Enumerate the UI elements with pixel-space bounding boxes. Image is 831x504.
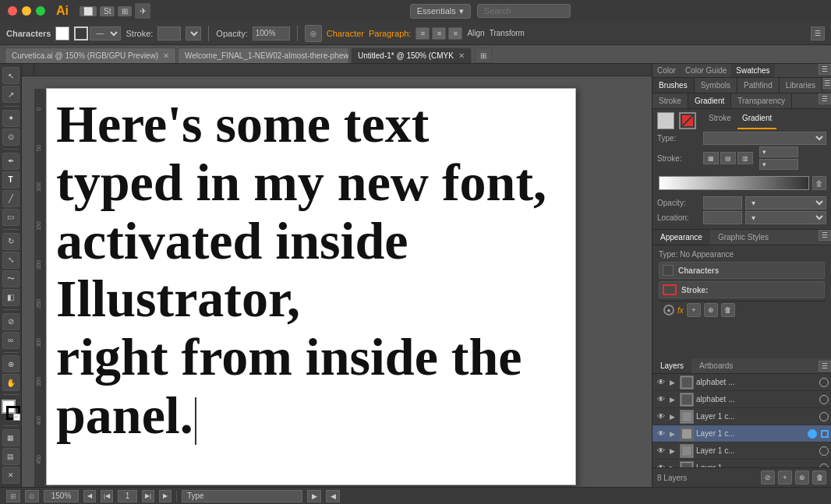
- appearance-tab[interactable]: Appearance: [652, 230, 710, 245]
- page-input[interactable]: [118, 490, 137, 502]
- warp-tool[interactable]: 〜: [2, 270, 19, 287]
- artboard-text[interactable]: Here's some text typed in my new font, a…: [47, 89, 575, 451]
- none-mode-icon[interactable]: ✕: [2, 467, 19, 484]
- select-tool[interactable]: ↖: [2, 67, 19, 84]
- magic-wand-tool[interactable]: ✦: [2, 110, 19, 127]
- essentials-button[interactable]: Essentials ▾: [410, 4, 471, 19]
- scale-tool[interactable]: ⤡: [2, 252, 19, 269]
- maximize-button[interactable]: [36, 6, 45, 16]
- stroke-appearance-item[interactable]: Stroke:: [659, 281, 825, 298]
- expand-arrow-5[interactable]: ▶: [670, 447, 677, 455]
- layer-target-5[interactable]: [819, 446, 829, 456]
- location-dropdown[interactable]: ▾: [745, 211, 826, 224]
- stroke-unit-dropdown[interactable]: ▾: [186, 26, 201, 41]
- delete-effect-button[interactable]: 🗑: [721, 303, 735, 317]
- stroke-style-dropdown[interactable]: —: [90, 26, 121, 41]
- workspace-tab3[interactable]: ⊞: [118, 6, 132, 16]
- align-right-icon[interactable]: ≡: [448, 27, 462, 40]
- type-tool[interactable]: T: [2, 171, 19, 189]
- layer-target-1[interactable]: [819, 378, 829, 387]
- status-end-icon[interactable]: ◀: [326, 490, 340, 502]
- gradient-bar[interactable]: [659, 176, 809, 190]
- stroke-tab[interactable]: Stroke: [652, 93, 688, 108]
- move-to-layer-button[interactable]: ⊕: [795, 471, 809, 485]
- stroke-angle-input[interactable]: ▾: [759, 146, 798, 157]
- color-mode-icon[interactable]: ▦: [2, 429, 19, 446]
- stroke-tab-sub[interactable]: Stroke: [704, 112, 736, 129]
- transparency-tab-sub[interactable]: [778, 112, 787, 129]
- color-tab[interactable]: Color: [652, 64, 681, 77]
- workspace-tab1[interactable]: ⬜: [80, 6, 97, 16]
- gradient-tab-sub[interactable]: Gradient: [737, 112, 776, 129]
- brushes-panel-menu-icon[interactable]: ☰: [822, 78, 831, 89]
- layer-visibility-icon-1[interactable]: 👁: [655, 376, 667, 389]
- layer-target-3[interactable]: [819, 412, 829, 421]
- character-link[interactable]: Character: [327, 29, 364, 38]
- search-input[interactable]: [477, 4, 571, 18]
- line-tool[interactable]: ╱: [2, 190, 19, 207]
- color-guide-tab[interactable]: Color Guide: [681, 64, 731, 77]
- pathfinder-tab[interactable]: Pathfind: [737, 78, 780, 93]
- status-arrow-icon[interactable]: ▶: [307, 490, 321, 502]
- layer-visibility-icon-2[interactable]: 👁: [655, 393, 667, 406]
- gradient-tab[interactable]: Gradient: [688, 93, 731, 108]
- close-tab-1-icon[interactable]: ✕: [163, 51, 169, 60]
- layer-row-5[interactable]: 👁 ▶ Layer 1 c...: [652, 442, 831, 460]
- appearance-menu-icon[interactable]: ☰: [819, 230, 831, 241]
- last-page-button[interactable]: ▶|: [142, 490, 154, 502]
- color-panel-menu-icon[interactable]: ☰: [819, 64, 831, 75]
- stroke-icon-2[interactable]: ▤: [720, 152, 736, 164]
- libraries-tab[interactable]: Libraries: [780, 78, 822, 93]
- stroke-panel-menu-icon[interactable]: ☰: [819, 93, 831, 104]
- layer-visibility-icon-3[interactable]: 👁: [655, 411, 667, 423]
- visibility-toggle-icon[interactable]: ●: [663, 305, 674, 315]
- style-icon[interactable]: ◎: [305, 25, 322, 42]
- layer-row-4[interactable]: 👁 ▶ Layer 1 c...: [652, 425, 831, 442]
- arrange-documents-icon[interactable]: ⊞: [475, 48, 492, 63]
- layer-row-1[interactable]: 👁 ▶ alphabet ...: [652, 374, 831, 391]
- panel-options-icon[interactable]: ☰: [811, 26, 825, 41]
- canvas-settings-icon[interactable]: ⊞: [6, 490, 20, 502]
- stroke-swatch-display[interactable]: [74, 26, 88, 41]
- lasso-tool[interactable]: ⊙: [2, 129, 19, 146]
- fx-button[interactable]: fx: [677, 306, 684, 315]
- brushes-tab[interactable]: Brushes: [652, 78, 695, 93]
- stroke-width-input[interactable]: [157, 26, 181, 41]
- fill-swatch[interactable]: [55, 26, 69, 41]
- stroke-angle-input2[interactable]: ▾: [759, 159, 798, 170]
- stroke-icon-3[interactable]: ▥: [737, 152, 753, 164]
- delete-layer-button[interactable]: 🗑: [812, 471, 826, 485]
- delete-gradient-stop-icon[interactable]: 🗑: [812, 176, 826, 190]
- doc-tab-1[interactable]: Curvetica.ai @ 150% (RGB/GPU Preview) ✕: [5, 48, 176, 63]
- make-clipping-mask-button[interactable]: ⊘: [761, 471, 775, 485]
- align-center-icon[interactable]: ≡: [432, 27, 446, 40]
- opacity-input[interactable]: [253, 26, 290, 41]
- expand-arrow-1[interactable]: ▶: [670, 379, 677, 386]
- first-page-button[interactable]: |◀: [101, 490, 113, 502]
- layer-row-3[interactable]: 👁 ▶ Layer 1 c...: [652, 408, 831, 425]
- zoom-tool[interactable]: ⊕: [2, 355, 19, 372]
- gradient-tool[interactable]: ◧: [2, 289, 19, 306]
- layer-row-2[interactable]: 👁 ▶ alphabet ...: [652, 391, 831, 408]
- swap-colors-icon[interactable]: ⇄: [13, 414, 20, 421]
- duplicate-effect-button[interactable]: ⊕: [704, 303, 718, 317]
- fill-gradient-swatch[interactable]: [657, 112, 674, 129]
- align-left-icon[interactable]: ≡: [416, 27, 430, 40]
- layer-target-4[interactable]: [808, 429, 817, 439]
- gradient-type-dropdown[interactable]: [703, 132, 826, 145]
- expand-arrow-2[interactable]: ▶: [670, 396, 677, 404]
- gradient-mode-icon[interactable]: ▤: [2, 448, 19, 465]
- stroke-gradient-swatch[interactable]: [679, 112, 696, 129]
- symbols-tab[interactable]: Symbols: [695, 78, 737, 93]
- prev-page-button[interactable]: ◀: [83, 490, 96, 502]
- layer-row-6[interactable]: 👁 ▶ Layer 1: [652, 460, 831, 467]
- blend-tool[interactable]: ∞: [2, 332, 19, 349]
- fill-stroke-widget[interactable]: ⇄: [0, 400, 22, 421]
- doc-tab-2[interactable]: Welcome_FINAL_1-NEW02-almost-there-pheww…: [178, 48, 349, 63]
- create-sublayer-button[interactable]: +: [778, 471, 792, 485]
- close-tab-3-icon[interactable]: ✕: [458, 51, 465, 60]
- opacity-dropdown[interactable]: ▾: [745, 196, 826, 210]
- canvas-options-icon[interactable]: ⊙: [25, 490, 39, 502]
- layer-visibility-icon-4[interactable]: 👁: [655, 428, 667, 440]
- close-button[interactable]: [8, 6, 17, 16]
